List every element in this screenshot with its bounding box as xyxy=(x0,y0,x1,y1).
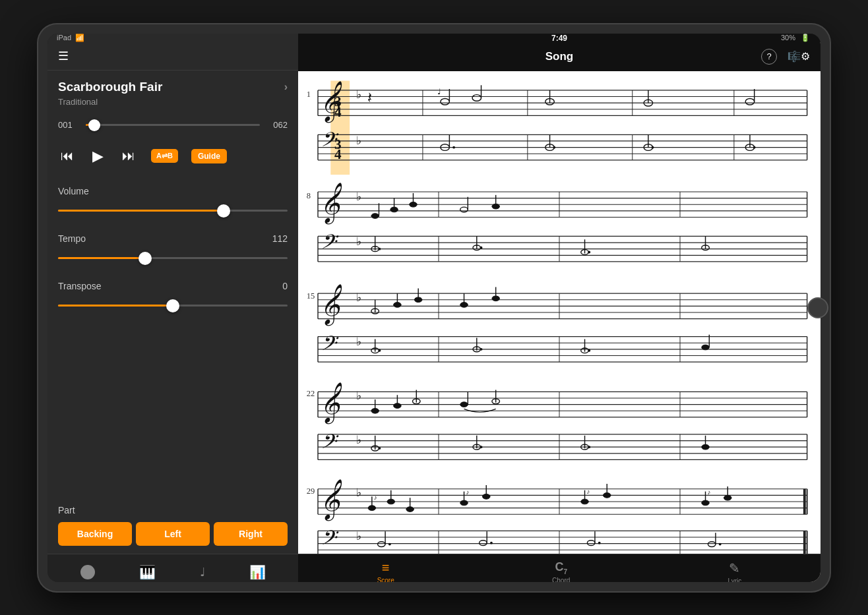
play-button[interactable]: ▶ xyxy=(90,145,106,167)
tempo-slider[interactable] xyxy=(58,252,288,265)
svg-point-146 xyxy=(702,345,710,350)
backing-button[interactable]: Backing xyxy=(58,522,132,546)
song-title-row: Scarborough Fair › xyxy=(58,80,288,94)
fast-forward-button[interactable]: ⏭ xyxy=(119,146,138,166)
lyric-icon: ✎ xyxy=(729,560,740,576)
music-score-svg: 1 𝄞 xyxy=(298,71,821,554)
svg-text:4: 4 xyxy=(334,146,342,161)
svg-text:𝄢: 𝄢 xyxy=(320,230,339,257)
chord-label: Chord xyxy=(552,577,570,582)
chord-icon: C7 xyxy=(555,560,567,575)
position-track xyxy=(86,124,260,126)
svg-point-251 xyxy=(598,541,601,544)
svg-text:𝄞: 𝄞 xyxy=(319,283,342,326)
svg-point-179 xyxy=(460,401,468,407)
svg-text:♭: ♭ xyxy=(356,486,361,499)
volume-thumb[interactable] xyxy=(217,204,230,218)
transpose-thumb[interactable] xyxy=(166,299,179,312)
home-button[interactable] xyxy=(807,297,828,318)
left-button[interactable]: Left xyxy=(136,522,210,546)
tempo-label-row: Tempo 112 xyxy=(58,233,288,244)
score-icons: ? 🎼⚙ xyxy=(761,49,810,65)
svg-text:15: 15 xyxy=(307,291,315,300)
svg-text:1: 1 xyxy=(307,89,311,98)
position-thumb[interactable] xyxy=(88,119,100,131)
volume-track xyxy=(58,210,288,212)
svg-point-142 xyxy=(480,347,483,350)
battery-icon: 🔋 xyxy=(801,34,810,42)
svg-point-87 xyxy=(460,207,468,212)
record-tab[interactable] xyxy=(80,565,95,579)
svg-text:8: 8 xyxy=(307,190,311,200)
svg-text:𝄞: 𝄞 xyxy=(319,382,342,425)
svg-text:♭: ♭ xyxy=(356,190,361,203)
svg-point-254 xyxy=(719,542,722,545)
tempo-fill xyxy=(58,257,145,259)
metronome-tab[interactable]: ♩ xyxy=(200,565,205,579)
transpose-slider[interactable] xyxy=(58,299,288,312)
tempo-section: Tempo 112 xyxy=(47,223,298,270)
score-wrapper: 1 𝄞 xyxy=(298,71,821,554)
lyric-tab[interactable]: ✎ Lyric xyxy=(728,560,742,582)
help-button[interactable]: ? xyxy=(761,49,777,65)
volume-section: Volume xyxy=(47,175,298,223)
svg-text:4: 4 xyxy=(334,104,342,120)
svg-point-249 xyxy=(587,540,595,545)
score-icon: ≡ xyxy=(382,560,390,575)
transport-controls: ⏮ ▶ ⏭ A⇌B Guide xyxy=(47,137,298,175)
svg-point-36 xyxy=(472,94,481,101)
instrument-tab[interactable]: 🎹 xyxy=(139,564,156,580)
song-subtitle: Traditional xyxy=(58,97,288,107)
svg-point-248 xyxy=(490,541,493,544)
svg-point-93 xyxy=(379,247,381,250)
svg-text:29: 29 xyxy=(307,486,315,495)
main-content: ☰ Scarborough Fair › Traditional 001 xyxy=(47,42,821,582)
volume-label: Volume xyxy=(58,186,288,196)
nav-bar: ☰ xyxy=(47,42,298,71)
transpose-track xyxy=(58,305,288,307)
ipad-frame: iPad 📶 7:49 30% 🔋 ☰ S xyxy=(38,24,830,591)
volume-slider[interactable] xyxy=(58,204,288,218)
svg-text:𝄽: 𝄽 xyxy=(368,92,372,102)
wifi-icon: 📶 xyxy=(75,34,84,42)
left-panel: ☰ Scarborough Fair › Traditional 001 xyxy=(47,42,298,582)
mixer-tab[interactable]: 📊 xyxy=(249,564,266,580)
svg-point-55 xyxy=(753,146,756,148)
svg-point-245 xyxy=(388,542,391,545)
lyric-label: Lyric xyxy=(728,577,742,582)
guide-button[interactable]: Guide xyxy=(191,149,227,163)
svg-point-33 xyxy=(441,98,449,105)
svg-text:♭: ♭ xyxy=(356,336,361,348)
hamburger-menu[interactable]: ☰ xyxy=(58,49,69,63)
svg-point-246 xyxy=(480,540,487,545)
svg-point-81 xyxy=(371,213,379,218)
metronome-icon: ♩ xyxy=(200,565,205,579)
settings-music-button[interactable]: 🎼⚙ xyxy=(788,49,810,65)
svg-text:♭: ♭ xyxy=(356,389,361,401)
chord-tab[interactable]: C7 Chord xyxy=(552,560,570,581)
position-slider[interactable] xyxy=(86,119,260,132)
svg-point-52 xyxy=(652,146,654,148)
svg-point-46 xyxy=(452,146,455,148)
rewind-button[interactable]: ⏮ xyxy=(58,146,77,166)
tempo-thumb[interactable] xyxy=(139,252,152,265)
svg-text:♭: ♭ xyxy=(356,88,361,101)
svg-text:𝄢: 𝄢 xyxy=(320,332,339,359)
chevron-right-icon[interactable]: › xyxy=(284,81,288,93)
transpose-section: Transpose 0 xyxy=(47,270,298,318)
score-tab[interactable]: ≡ Score xyxy=(377,560,394,582)
transpose-value: 0 xyxy=(282,281,288,291)
ab-button[interactable]: A⇌B xyxy=(151,149,178,163)
svg-point-99 xyxy=(588,250,590,253)
right-button[interactable]: Right xyxy=(214,522,288,546)
svg-point-188 xyxy=(480,446,483,448)
svg-text:♪: ♪ xyxy=(374,494,377,501)
svg-text:♪: ♪ xyxy=(466,488,469,496)
svg-point-252 xyxy=(708,541,716,546)
svg-point-42 xyxy=(745,98,754,105)
svg-text:♩: ♩ xyxy=(437,87,441,95)
svg-text:♭: ♭ xyxy=(356,529,361,542)
svg-point-139 xyxy=(379,349,381,351)
part-label: Part xyxy=(58,505,288,515)
record-icon xyxy=(80,565,95,579)
